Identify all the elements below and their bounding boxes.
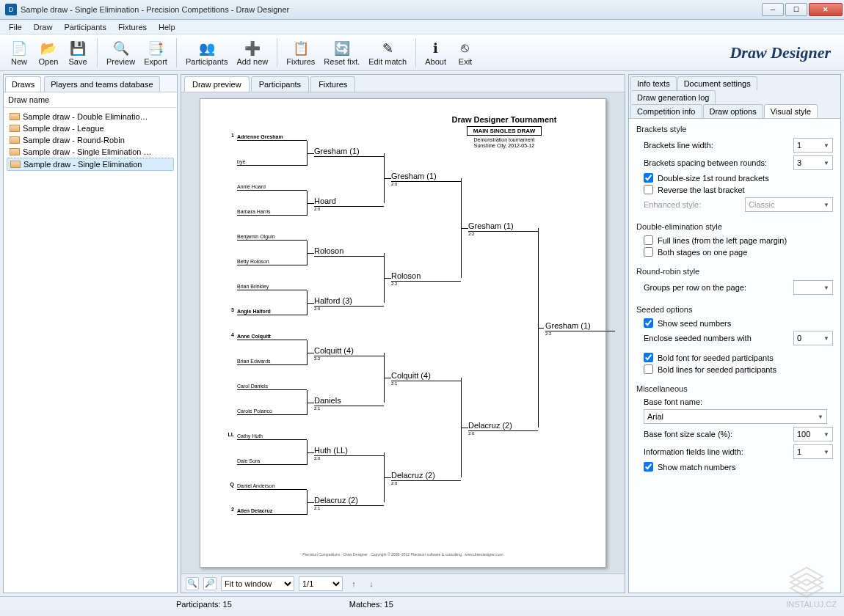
- show-match-numbers-checkbox[interactable]: [644, 462, 653, 472]
- toolbar-fixtures[interactable]: 📋Fixtures: [282, 38, 319, 67]
- bracket: 1Adrienne GreshambyeAnnie HoardBarbara H…: [237, 134, 585, 545]
- bold-font-seed-checkbox[interactable]: [644, 353, 653, 362]
- tab-gen-log[interactable]: Draw generation log: [630, 90, 716, 104]
- page-title: Draw Designer Tournament: [423, 115, 585, 124]
- full-lines-checkbox[interactable]: [644, 235, 653, 245]
- toolbar-exit[interactable]: ⎋Exit: [451, 38, 480, 67]
- menu-participants[interactable]: Participants: [58, 21, 112, 33]
- tab-doc-settings[interactable]: Document settings: [677, 76, 757, 90]
- menu-draw[interactable]: Draw: [28, 21, 59, 33]
- line-width-select[interactable]: 1▼: [793, 138, 833, 153]
- exit-icon: ⎋: [456, 40, 474, 57]
- tab-visual-style[interactable]: Visual style: [764, 104, 818, 118]
- font-scale-select[interactable]: 100▼: [793, 427, 833, 441]
- page-down-button[interactable]: ↓: [365, 577, 378, 590]
- draw-icon: [10, 113, 20, 120]
- bold-lines-seed-checkbox[interactable]: [644, 364, 653, 374]
- base-font-select[interactable]: Arial▼: [644, 409, 827, 424]
- menu-help[interactable]: Help: [153, 21, 181, 33]
- enhanced-style-select: Classic▼: [745, 197, 833, 212]
- preview-viewport[interactable]: Draw Designer Tournament MAIN SINGLES DR…: [181, 92, 625, 573]
- group-brackets-style: Brackets style: [636, 125, 833, 133]
- both-stages-checkbox[interactable]: [644, 247, 653, 257]
- toolbar-export[interactable]: 📑Export: [139, 38, 172, 67]
- status-bar: Participants: 15 Matches: 15: [0, 596, 844, 611]
- draw-item[interactable]: Sample draw - Round-Robin: [7, 134, 174, 146]
- enclose-seed-select[interactable]: 0▼: [793, 331, 833, 345]
- tab-info-texts[interactable]: Info texts: [630, 76, 677, 90]
- group-round-robin: Round-robin style: [636, 267, 833, 276]
- group-misc: Miscellaneous: [636, 384, 833, 393]
- draw-item[interactable]: Sample draw - Single Elimination …: [7, 146, 174, 158]
- minimize-button[interactable]: ─: [762, 3, 784, 16]
- menu-file[interactable]: File: [3, 21, 28, 33]
- open-icon: 📂: [40, 40, 57, 57]
- preview-icon: 🔍: [112, 40, 130, 57]
- zoom-out-button[interactable]: 🔍: [186, 577, 199, 590]
- preview-page: Draw Designer Tournament MAIN SINGLES DR…: [200, 98, 606, 568]
- maximize-button[interactable]: ☐: [785, 3, 807, 16]
- draw-icon: [10, 136, 20, 144]
- menubar: File Draw Participants Fixtures Help: [0, 20, 844, 34]
- toolbar-add-new[interactable]: ➕Add new: [232, 38, 272, 67]
- draw-item[interactable]: Sample draw - Double Eliminatio…: [7, 111, 174, 122]
- participants-icon: 👥: [198, 40, 216, 57]
- watermark: INSTALUJ.CZ: [786, 566, 837, 609]
- right-panel: Info texts Document settings Draw genera…: [628, 74, 841, 593]
- tab-draws[interactable]: Draws: [5, 76, 41, 92]
- zoom-select[interactable]: Fit to window: [221, 576, 294, 591]
- draw-list[interactable]: Sample draw - Double Eliminatio…Sample d…: [4, 108, 177, 174]
- toolbar-new[interactable]: 📄New: [4, 38, 34, 67]
- draw-list-header: Draw name: [4, 92, 177, 108]
- zoom-bar: 🔍 🔎 Fit to window 1/1 ↑ ↓: [181, 573, 625, 593]
- save-icon: 💾: [69, 40, 87, 57]
- tab-draw-preview[interactable]: Draw preview: [184, 76, 250, 92]
- draw-icon: [10, 148, 20, 155]
- app-icon: D: [5, 4, 17, 15]
- toolbar-about[interactable]: ℹAbout: [421, 38, 451, 67]
- draw-item[interactable]: Sample draw - League: [7, 122, 174, 134]
- tab-players-db[interactable]: Players and teams database: [44, 76, 159, 92]
- menu-fixtures[interactable]: Fixtures: [112, 21, 153, 33]
- page-footer: Precision Competitions - Draw Designer ·…: [200, 552, 605, 557]
- double-size-checkbox[interactable]: [644, 173, 653, 183]
- export-icon: 📑: [147, 40, 164, 57]
- add new-icon: ➕: [244, 40, 261, 57]
- window-title: Sample draw - Single Elimination - Preci…: [21, 5, 760, 14]
- group-double-elim: Double-elimination style: [636, 222, 833, 231]
- toolbar-save[interactable]: 💾Save: [63, 38, 92, 67]
- toolbar-reset-fixt-[interactable]: 🔄Reset fixt.: [319, 38, 364, 67]
- tab-comp-info[interactable]: Competition info: [630, 104, 702, 118]
- edit match-icon: ✎: [379, 40, 396, 57]
- center-panel: Draw preview Participants Fixtures Draw …: [181, 74, 625, 593]
- tab-participants[interactable]: Participants: [251, 76, 309, 92]
- draw-icon: [10, 161, 21, 168]
- tab-draw-options[interactable]: Draw options: [703, 104, 763, 118]
- page-up-button[interactable]: ↑: [347, 577, 360, 590]
- toolbar-edit-match[interactable]: ✎Edit match: [364, 38, 411, 67]
- group-seeded: Seeded options: [636, 305, 833, 314]
- draw-icon: [10, 125, 20, 132]
- titlebar: D Sample draw - Single Elimination - Pre…: [0, 0, 844, 20]
- new-icon: 📄: [10, 40, 28, 57]
- draw-item[interactable]: Sample draw - Single Elimination: [7, 158, 174, 171]
- close-button[interactable]: ✕: [809, 3, 843, 16]
- show-seed-checkbox[interactable]: [644, 318, 653, 328]
- groups-per-row-select[interactable]: ▼: [793, 280, 833, 295]
- left-panel: Draws Players and teams database Draw na…: [3, 74, 178, 593]
- info-line-width-select[interactable]: 1▼: [793, 444, 833, 459]
- reset fixt.-icon: 🔄: [333, 40, 351, 57]
- spacing-select[interactable]: 3▼: [793, 155, 833, 170]
- toolbar-participants[interactable]: 👥Participants: [181, 38, 232, 67]
- about-icon: ℹ: [427, 40, 445, 57]
- tab-fixtures[interactable]: Fixtures: [310, 76, 355, 92]
- page-select[interactable]: 1/1: [299, 576, 343, 591]
- fixtures-icon: 📋: [292, 40, 310, 57]
- reverse-last-checkbox[interactable]: [644, 185, 653, 194]
- status-matches: Matches: 15: [349, 600, 393, 609]
- brand-logo: Draw Designer: [730, 43, 840, 62]
- zoom-in-button[interactable]: 🔎: [203, 577, 217, 590]
- toolbar-open[interactable]: 📂Open: [34, 38, 63, 67]
- toolbar: 📄New📂Open💾Save🔍Preview📑Export👥Participan…: [0, 34, 844, 71]
- toolbar-preview[interactable]: 🔍Preview: [102, 38, 139, 67]
